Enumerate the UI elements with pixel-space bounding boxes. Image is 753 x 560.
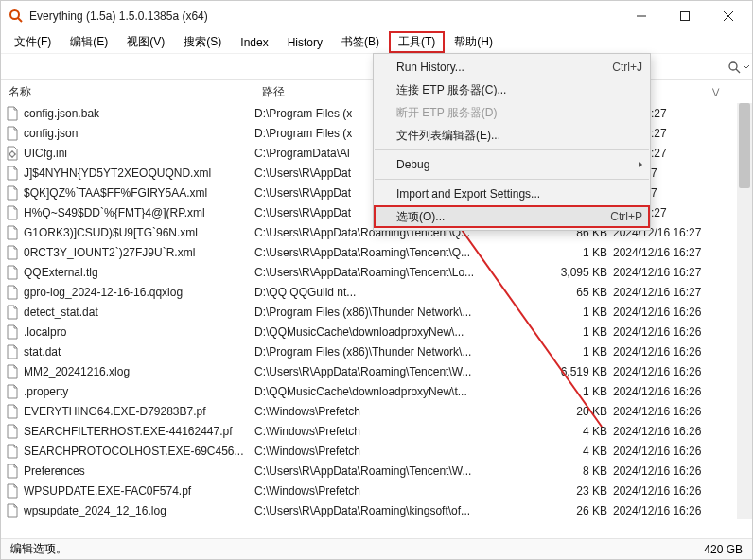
file-date: 2024/12/16 16:27 — [613, 246, 727, 259]
file-icon — [5, 185, 20, 201]
table-row[interactable]: QQExternal.tlgC:\Users\R\AppData\Roaming… — [1, 262, 752, 282]
file-date: 2024/12/16 16:26 — [613, 464, 727, 478]
menu-connect-etp[interactable]: 连接 ETP 服务器(C)... — [374, 79, 650, 101]
statusbar: 编辑选项。 420 GB — [1, 538, 752, 559]
svg-point-6 — [729, 62, 737, 70]
menu-separator — [375, 179, 649, 180]
table-row[interactable]: detect_stat.datD:\Program Files (x86)\Th… — [1, 302, 752, 322]
file-icon — [5, 205, 20, 220]
file-path: D:\QQMusicCache\downloadproxyNew\t... — [254, 385, 552, 398]
table-row[interactable]: wpsupdate_2024_12_16.logC:\Users\R\AppDa… — [1, 500, 752, 519]
file-size: 23 KB — [552, 484, 613, 498]
table-row[interactable]: 0RCT3Y_IOUNT2`)27FJ9U`R.xmlC:\Users\R\Ap… — [1, 242, 752, 262]
menu-bookmarks[interactable]: 书签(B) — [332, 31, 389, 53]
file-size: 8 KB — [552, 464, 613, 478]
svg-point-0 — [10, 10, 19, 19]
file-size: 1 KB — [552, 345, 613, 359]
close-button[interactable] — [707, 1, 750, 31]
file-name: Preferences — [24, 464, 85, 478]
file-date: 2024/12/16 16:26 — [613, 325, 727, 339]
menu-help[interactable]: 帮助(H) — [445, 31, 502, 53]
file-size: 4 KB — [552, 445, 613, 458]
file-date: 2024/12/16 16:26 — [613, 365, 727, 378]
table-row[interactable]: MM2_20241216.xlogC:\Users\R\AppData\Roam… — [1, 361, 752, 381]
menu-separator — [375, 149, 649, 150]
file-size: 1 KB — [552, 385, 613, 398]
file-date: 2024/12/16 16:26 — [613, 484, 727, 498]
minimize-button[interactable] — [620, 1, 663, 31]
scroll-thumb[interactable] — [739, 103, 750, 188]
file-icon — [5, 166, 20, 181]
menu-view[interactable]: 视图(V) — [117, 31, 174, 53]
file-path: C:\Users\R\AppData\Roaming\Tencent\W... — [254, 365, 552, 378]
file-date: 2024/12/16 16:26 — [613, 306, 727, 319]
file-name: stat.dat — [24, 345, 61, 359]
file-path: C:\Windows\Prefetch — [254, 405, 552, 418]
file-name: gpro-log_2024-12-16-16.qqxlog — [24, 286, 183, 299]
menu-import-export[interactable]: Import and Export Settings... — [374, 183, 650, 205]
table-row[interactable]: stat.datD:\Program Files (x86)\Thunder N… — [1, 341, 752, 361]
app-icon — [9, 9, 24, 24]
table-row[interactable]: PreferencesC:\Users\R\AppData\Roaming\Te… — [1, 461, 752, 481]
file-icon — [5, 384, 20, 399]
file-icon — [5, 245, 20, 260]
scrollbar[interactable] — [737, 103, 752, 519]
menu-run-history[interactable]: Run History...Ctrl+J — [374, 56, 650, 79]
file-date: 2024/12/16 16:26 — [613, 385, 727, 398]
file-date: 2024/12/16 16:27 — [613, 266, 727, 279]
table-row[interactable]: SEARCHFILTERHOST.EXE-44162447.pfC:\Windo… — [1, 421, 752, 441]
sort-indicator-icon: ⋁ — [712, 87, 719, 96]
table-row[interactable]: .localproD:\QQMusicCache\downloadproxyNe… — [1, 322, 752, 341]
file-icon — [5, 146, 20, 161]
file-name: SEARCHPROTOCOLHOST.EXE-69C456... — [24, 445, 244, 458]
file-date: 2024/12/16 16:26 — [613, 504, 727, 517]
file-icon — [5, 404, 20, 419]
file-path: C:\Windows\Prefetch — [254, 445, 552, 458]
menu-options[interactable]: 选项(O)...Ctrl+P — [374, 205, 650, 228]
table-row[interactable]: WPSUPDATE.EXE-FAC0F574.pfC:\Windows\Pref… — [1, 481, 752, 500]
menubar: 文件(F) 编辑(E) 视图(V) 搜索(S) Index History 书签… — [1, 31, 752, 54]
menu-tools[interactable]: 工具(T) — [389, 31, 445, 53]
file-name: config.json.bak — [24, 107, 99, 120]
search-button[interactable] — [726, 56, 752, 79]
file-date: 2024/12/16 16:26 — [613, 345, 727, 359]
table-row[interactable]: SEARCHPROTOCOLHOST.EXE-69C456...C:\Windo… — [1, 441, 752, 461]
file-date: 2024/12/16 16:27 — [613, 286, 727, 299]
menu-debug[interactable]: Debug — [374, 153, 650, 176]
file-icon — [5, 305, 20, 320]
menu-edit[interactable]: 编辑(E) — [61, 31, 117, 53]
svg-rect-3 — [681, 12, 690, 21]
file-size: 1 KB — [552, 306, 613, 319]
file-icon — [5, 503, 20, 518]
tools-dropdown: Run History...Ctrl+J 连接 ETP 服务器(C)... 断开… — [373, 53, 651, 231]
status-left: 编辑选项。 — [10, 541, 67, 557]
file-name: config.json — [24, 127, 78, 140]
file-path: C:\Users\R\AppData\Roaming\kingsoft\of..… — [254, 504, 552, 517]
file-path: C:\Users\R\AppData\Roaming\Tencent\W... — [254, 464, 552, 478]
file-size: 4 KB — [552, 425, 613, 438]
table-row[interactable]: gpro-log_2024-12-16-16.qqxlogD:\QQ QQGui… — [1, 282, 752, 302]
menu-history[interactable]: History — [278, 33, 332, 52]
column-name[interactable]: 名称 — [1, 80, 254, 103]
file-icon — [5, 106, 20, 121]
file-name: WPSUPDATE.EXE-FAC0F574.pf — [24, 484, 191, 498]
file-name: detect_stat.dat — [24, 306, 98, 319]
table-row[interactable]: .propertyD:\QQMusicCache\downloadproxyNe… — [1, 381, 752, 401]
file-name: G1ORK3)]CSUD)$U9[TG`96N.xml — [24, 226, 198, 239]
file-icon — [5, 424, 20, 439]
file-size: 1 KB — [552, 246, 613, 259]
file-date: 2024/12/16 16:26 — [613, 445, 727, 458]
menu-index[interactable]: Index — [231, 33, 277, 52]
maximize-button[interactable] — [663, 1, 707, 31]
table-row[interactable]: EVERYTHING64.EXE-D79283B7.pfC:\Windows\P… — [1, 401, 752, 421]
svg-line-7 — [736, 69, 740, 73]
menu-search[interactable]: 搜索(S) — [174, 31, 231, 53]
menu-file[interactable]: 文件(F) — [5, 31, 61, 53]
menu-file-list-editor[interactable]: 文件列表编辑器(E)... — [374, 124, 650, 147]
file-size: 20 KB — [552, 405, 613, 418]
file-name: .property — [24, 385, 68, 398]
file-icon — [5, 265, 20, 280]
file-size: 65 KB — [552, 286, 613, 299]
file-icon — [5, 444, 20, 459]
file-size: 3,095 KB — [552, 266, 613, 279]
